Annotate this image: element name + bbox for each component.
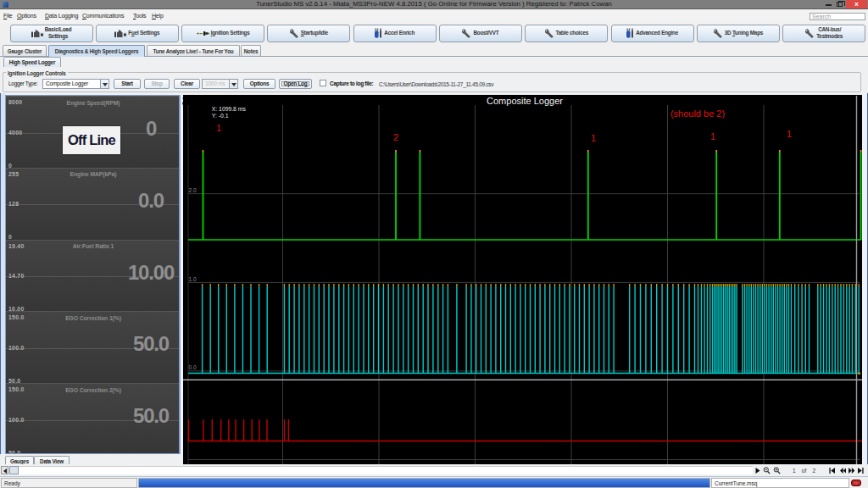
svg-text:X: 1099.8 ms: X: 1099.8 ms bbox=[212, 106, 247, 112]
svg-text:0.0: 0.0 bbox=[189, 364, 197, 370]
svg-text:1: 1 bbox=[787, 129, 792, 139]
svg-text:2: 2 bbox=[393, 132, 398, 142]
svg-text:1: 1 bbox=[216, 123, 221, 133]
svg-text:Composite Logger: Composite Logger bbox=[487, 96, 563, 106]
svg-text:1: 1 bbox=[591, 133, 596, 143]
svg-text:1.0: 1.0 bbox=[189, 276, 197, 282]
svg-text:Y: -0.1: Y: -0.1 bbox=[212, 113, 229, 119]
svg-text:1: 1 bbox=[710, 131, 715, 141]
svg-text:2.0: 2.0 bbox=[189, 187, 197, 193]
svg-text:(should be 2): (should be 2) bbox=[670, 108, 725, 119]
